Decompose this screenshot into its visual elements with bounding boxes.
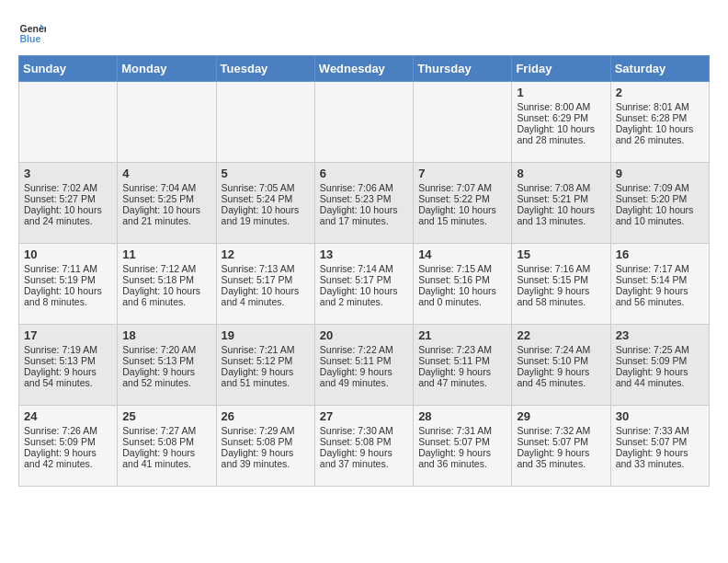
day-info: Daylight: 10 hours and 17 minutes. — [320, 204, 408, 226]
calendar-cell: 21Sunrise: 7:23 AMSunset: 5:11 PMDayligh… — [414, 325, 512, 406]
day-info: Sunset: 5:09 PM — [616, 355, 704, 366]
day-number: 22 — [517, 328, 605, 342]
day-info: Sunrise: 7:24 AM — [517, 344, 605, 355]
day-info: Sunset: 5:07 PM — [616, 436, 704, 447]
day-info: Daylight: 10 hours and 8 minutes. — [24, 285, 112, 307]
day-info: Sunrise: 7:26 AM — [24, 425, 112, 436]
day-info: Sunset: 5:25 PM — [122, 193, 210, 204]
day-info: Sunset: 5:24 PM — [222, 193, 310, 204]
day-info: Sunrise: 7:19 AM — [24, 344, 112, 355]
day-number: 3 — [24, 167, 112, 180]
day-number: 16 — [616, 247, 704, 261]
day-info: Sunset: 5:11 PM — [418, 355, 506, 366]
day-info: Daylight: 9 hours and 36 minutes. — [418, 447, 506, 469]
calendar-cell: 1Sunrise: 8:00 AMSunset: 6:29 PMDaylight… — [512, 82, 610, 163]
day-info: Sunrise: 8:01 AM — [616, 101, 704, 112]
calendar-cell — [19, 82, 118, 163]
day-info: Daylight: 9 hours and 42 minutes. — [24, 447, 112, 469]
day-info: Sunrise: 7:23 AM — [418, 344, 506, 355]
calendar-cell — [216, 82, 314, 163]
day-info: Sunset: 5:13 PM — [24, 355, 112, 366]
day-info: Daylight: 10 hours and 0 minutes. — [418, 285, 506, 307]
day-info: Daylight: 9 hours and 47 minutes. — [418, 366, 506, 388]
day-info: Sunset: 5:20 PM — [616, 193, 704, 204]
day-info: Sunrise: 7:25 AM — [616, 344, 704, 355]
calendar-cell: 2Sunrise: 8:01 AMSunset: 6:28 PMDaylight… — [610, 82, 709, 163]
day-number: 30 — [616, 409, 704, 423]
day-info: Daylight: 9 hours and 58 minutes. — [517, 285, 605, 307]
day-number: 26 — [222, 409, 310, 423]
day-info: Sunset: 5:07 PM — [517, 436, 605, 447]
day-info: Daylight: 10 hours and 6 minutes. — [122, 285, 210, 307]
calendar-cell: 28Sunrise: 7:31 AMSunset: 5:07 PMDayligh… — [414, 406, 512, 487]
day-info: Sunrise: 7:11 AM — [24, 263, 112, 274]
weekday-header-sunday: Sunday — [19, 56, 118, 82]
day-number: 6 — [320, 167, 408, 180]
calendar-cell: 30Sunrise: 7:33 AMSunset: 5:07 PMDayligh… — [610, 406, 709, 487]
calendar-header: SundayMondayTuesdayWednesdayThursdayFrid… — [19, 56, 710, 82]
weekday-header-thursday: Thursday — [414, 56, 512, 82]
day-info: Sunset: 5:23 PM — [320, 193, 408, 204]
day-number: 13 — [320, 247, 408, 261]
day-info: Daylight: 10 hours and 13 minutes. — [517, 204, 605, 226]
calendar-cell — [414, 82, 512, 163]
day-info: Sunrise: 7:09 AM — [616, 182, 704, 193]
day-number: 7 — [418, 167, 506, 180]
day-info: Sunset: 5:13 PM — [122, 355, 210, 366]
calendar-cell — [314, 82, 413, 163]
day-info: Sunset: 5:11 PM — [320, 355, 408, 366]
day-number: 11 — [122, 247, 210, 261]
day-info: Sunset: 5:07 PM — [418, 436, 506, 447]
day-info: Daylight: 9 hours and 39 minutes. — [222, 447, 310, 469]
day-info: Sunset: 5:17 PM — [222, 274, 310, 285]
day-info: Sunset: 5:12 PM — [222, 355, 310, 366]
day-number: 2 — [616, 86, 704, 99]
weekday-header-friday: Friday — [512, 56, 610, 82]
logo-icon: General Blue — [18, 18, 46, 46]
day-info: Sunset: 5:09 PM — [24, 436, 112, 447]
day-info: Sunset: 5:16 PM — [418, 274, 506, 285]
calendar-cell: 4Sunrise: 7:04 AMSunset: 5:25 PMDaylight… — [118, 163, 216, 244]
day-info: Sunrise: 7:07 AM — [418, 182, 506, 193]
day-info: Sunrise: 7:27 AM — [122, 425, 210, 436]
calendar-cell: 23Sunrise: 7:25 AMSunset: 5:09 PMDayligh… — [610, 325, 709, 406]
day-info: Sunset: 5:08 PM — [222, 436, 310, 447]
day-number: 29 — [517, 409, 605, 423]
day-info: Sunrise: 7:17 AM — [616, 263, 704, 274]
calendar-cell: 12Sunrise: 7:13 AMSunset: 5:17 PMDayligh… — [216, 244, 314, 325]
calendar-cell: 7Sunrise: 7:07 AMSunset: 5:22 PMDaylight… — [414, 163, 512, 244]
calendar-cell: 25Sunrise: 7:27 AMSunset: 5:08 PMDayligh… — [118, 406, 216, 487]
calendar-cell: 27Sunrise: 7:30 AMSunset: 5:08 PMDayligh… — [314, 406, 413, 487]
day-number: 19 — [222, 328, 310, 342]
day-info: Sunset: 5:08 PM — [320, 436, 408, 447]
day-info: Daylight: 10 hours and 10 minutes. — [616, 204, 704, 226]
day-info: Sunset: 5:14 PM — [616, 274, 704, 285]
day-info: Sunset: 6:28 PM — [616, 112, 704, 123]
day-info: Sunrise: 7:20 AM — [122, 344, 210, 355]
weekday-header-tuesday: Tuesday — [216, 56, 314, 82]
day-number: 25 — [122, 409, 210, 423]
day-number: 5 — [222, 167, 310, 180]
calendar-cell: 11Sunrise: 7:12 AMSunset: 5:18 PMDayligh… — [118, 244, 216, 325]
calendar-cell: 20Sunrise: 7:22 AMSunset: 5:11 PMDayligh… — [314, 325, 413, 406]
day-info: Sunrise: 7:05 AM — [222, 182, 310, 193]
weekday-header-wednesday: Wednesday — [314, 56, 413, 82]
day-info: Sunset: 5:27 PM — [24, 193, 112, 204]
calendar-cell: 10Sunrise: 7:11 AMSunset: 5:19 PMDayligh… — [19, 244, 118, 325]
calendar-cell: 16Sunrise: 7:17 AMSunset: 5:14 PMDayligh… — [610, 244, 709, 325]
day-number: 14 — [418, 247, 506, 261]
day-info: Sunset: 5:18 PM — [122, 274, 210, 285]
day-number: 9 — [616, 167, 704, 180]
day-info: Sunset: 5:19 PM — [24, 274, 112, 285]
calendar-cell: 15Sunrise: 7:16 AMSunset: 5:15 PMDayligh… — [512, 244, 610, 325]
day-info: Daylight: 9 hours and 35 minutes. — [517, 447, 605, 469]
day-info: Sunset: 5:10 PM — [517, 355, 605, 366]
day-info: Sunrise: 7:30 AM — [320, 425, 408, 436]
svg-text:Blue: Blue — [20, 33, 41, 44]
day-info: Daylight: 10 hours and 28 minutes. — [517, 123, 605, 145]
day-info: Daylight: 10 hours and 2 minutes. — [320, 285, 408, 307]
day-info: Daylight: 9 hours and 56 minutes. — [616, 285, 704, 307]
day-info: Daylight: 10 hours and 19 minutes. — [222, 204, 310, 226]
calendar-cell: 3Sunrise: 7:02 AMSunset: 5:27 PMDaylight… — [19, 163, 118, 244]
logo: General Blue — [18, 18, 50, 46]
